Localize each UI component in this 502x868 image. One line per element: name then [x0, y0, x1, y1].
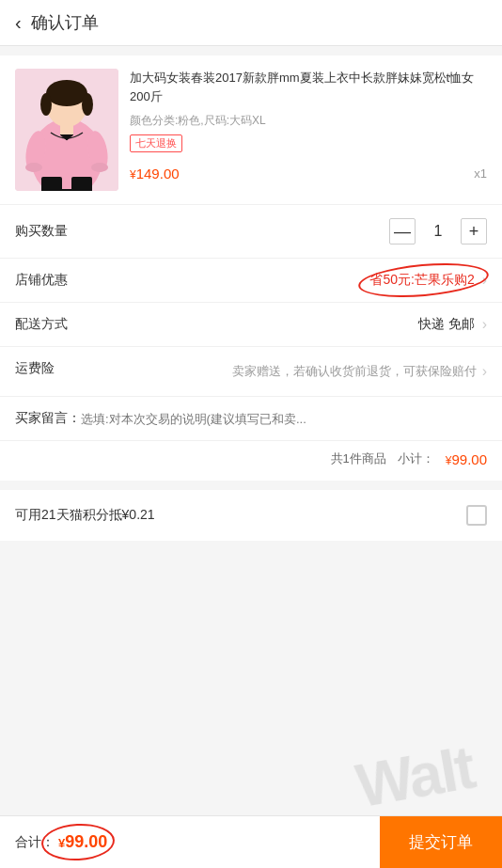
- shipping-label: 配送方式: [15, 316, 81, 333]
- product-info: 加大码女装春装2017新款胖mm夏装上衣中长款胖妹妹宽松t恤女200斤 颜色分类…: [130, 69, 487, 181]
- qty-plus-button[interactable]: +: [461, 218, 487, 245]
- page-title: 确认订单: [31, 11, 99, 34]
- buyer-note-row: 买家留言：: [0, 396, 502, 440]
- product-price: ¥149.00: [130, 166, 180, 181]
- store-discount-row[interactable]: 店铺优惠 省50元:芒果乐购2 ›: [0, 258, 502, 302]
- total-section: 合计： ¥99.00: [0, 832, 380, 852]
- insurance-label: 运费险: [15, 360, 81, 377]
- product-image: [15, 69, 118, 191]
- buyer-note-label: 买家留言：: [15, 410, 81, 427]
- quantity-row: 购买数量 — 1 +: [0, 204, 502, 258]
- total-price-highlight: ¥99.00: [58, 832, 107, 852]
- points-text: 可用21天猫积分抵¥0.21: [15, 507, 155, 524]
- product-name: 加大码女装春装2017新款胖mm夏装上衣中长款胖妹妹宽松t恤女200斤: [130, 69, 487, 105]
- insurance-value: 卖家赠送，若确认收货前退货，可获保险赔付: [232, 362, 477, 381]
- quantity-label: 购买数量: [15, 223, 81, 240]
- quantity-stepper-container: — 1 +: [81, 218, 487, 245]
- product-price-row: ¥149.00 x1: [130, 166, 487, 181]
- bottom-bar: 合计： ¥99.00 提交订单: [0, 815, 502, 868]
- svg-point-9: [82, 93, 93, 116]
- discount-highlight: 省50元:芒果乐购2: [369, 272, 474, 289]
- shipping-value-container: 快递 免邮 ›: [81, 316, 487, 333]
- subtotal-count: 共1件商品: [331, 450, 386, 467]
- product-attrs: 颜色分类:粉色,尺码:大码XL: [130, 113, 487, 129]
- submit-order-button[interactable]: 提交订单: [380, 816, 502, 869]
- svg-point-4: [25, 163, 42, 172]
- product-quantity: x1: [474, 166, 487, 181]
- svg-point-5: [91, 163, 108, 172]
- points-checkbox[interactable]: [466, 505, 487, 526]
- buyer-note-input[interactable]: [81, 412, 487, 426]
- store-discount-label: 店铺优惠: [15, 272, 81, 289]
- shipping-arrow: ›: [482, 316, 487, 333]
- svg-point-7: [46, 80, 87, 106]
- store-discount-value-container: 省50元:芒果乐购2 ›: [81, 272, 487, 289]
- subtotal-price: ¥99.00: [446, 451, 487, 467]
- svg-rect-10: [60, 123, 73, 134]
- return-badge: 七天退换: [130, 134, 182, 152]
- shipping-value: 快递 免邮: [418, 316, 475, 333]
- qty-number: 1: [429, 223, 447, 240]
- shipping-row[interactable]: 配送方式 快递 免邮 ›: [0, 302, 502, 346]
- total-price: ¥99.00: [58, 832, 107, 852]
- total-label: 合计：: [15, 834, 55, 851]
- qty-stepper: — 1 +: [389, 218, 487, 245]
- subtotal-label: 小计：: [398, 450, 434, 467]
- discount-text: 省50元:芒果乐购2: [369, 272, 474, 289]
- insurance-arrow: ›: [482, 360, 487, 383]
- qty-minus-button[interactable]: —: [389, 218, 416, 245]
- svg-point-8: [40, 93, 52, 116]
- points-section: 可用21天猫积分抵¥0.21: [0, 490, 502, 541]
- svg-rect-12: [41, 177, 62, 191]
- subtotal-row: 共1件商品 小计： ¥99.00: [0, 440, 502, 481]
- svg-rect-13: [71, 177, 92, 191]
- back-button[interactable]: ‹: [15, 12, 22, 34]
- header: ‹ 确认订单: [0, 0, 502, 46]
- product-section: 加大码女装春装2017新款胖mm夏装上衣中长款胖妹妹宽松t恤女200斤 颜色分类…: [0, 55, 502, 204]
- discount-arrow: ›: [482, 272, 487, 289]
- wait-watermark: WaIt: [352, 733, 479, 822]
- insurance-row[interactable]: 运费险 卖家赠送，若确认收货前退货，可获保险赔付 ›: [0, 346, 502, 396]
